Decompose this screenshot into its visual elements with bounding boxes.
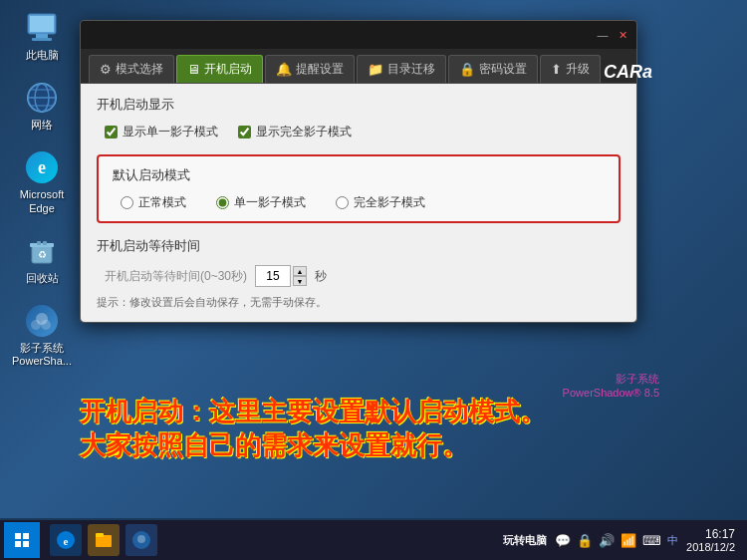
watermark: 影子系统 PowerShadow® 8.5 [563,372,659,399]
radio-full[interactable]: 完全影子模式 [336,194,425,211]
lock-icon: 🔒 [577,533,593,548]
checkbox-single-label: 显示单一影子模式 [123,124,218,140]
wait-input-group: ▲ ▼ [255,265,307,287]
radio-full-input[interactable] [336,196,349,209]
tab-migrate[interactable]: 📁 目录迁移 [357,55,446,83]
tab-boot-start[interactable]: 🖥 开机启动 [176,55,263,83]
desktop-icon-edge[interactable]: e Microsoft Edge [12,149,72,214]
tab-migrate-label: 目录迁移 [387,61,435,78]
language-icon: 中 [667,533,678,548]
edge-icon-label: Microsoft Edge [12,188,72,214]
checkbox-single-shadow-input[interactable] [105,126,118,139]
desktop: 此电脑 网络 [0,0,747,518]
tab-upgrade[interactable]: ⬆ 升级 [540,55,601,83]
radio-row: 正常模式 单一影子模式 完全影子模式 [113,194,605,211]
svg-rect-2 [36,34,48,38]
boot-display-title: 开机启动显示 [97,96,621,114]
desktop-icon-recycle[interactable]: ♻ 回收站 [12,233,72,285]
radio-single[interactable]: 单一影子模式 [216,194,306,211]
radio-full-label: 完全影子模式 [354,194,425,211]
close-button[interactable]: ✕ [615,27,630,43]
desktop-icons: 此电脑 网络 [12,10,72,368]
mode-select-icon: ⚙ [100,62,112,77]
network-icon-label: 网络 [31,119,53,132]
taskbar-edge[interactable]: e [50,524,82,556]
desktop-icon-network[interactable]: 网络 [12,80,72,132]
window-content: 开机启动显示 显示单一影子模式 显示完全影子模式 默认启动模式 正常模式 [81,84,636,322]
svg-rect-15 [37,241,41,245]
wait-value-input[interactable] [255,265,291,287]
taskbar-explorer[interactable] [88,524,120,556]
checkboxes-row: 显示单一影子模式 显示完全影子模式 [97,124,621,140]
svg-point-19 [31,320,41,330]
svg-rect-23 [15,541,21,547]
radio-normal-input[interactable] [121,196,133,209]
taskbar-right: 玩转电脑 💬 🔒 🔊 📶 ⌨ 中 16:17 2018/12/2 [503,527,743,553]
svg-rect-24 [23,541,29,547]
chat-icon: 💬 [555,533,571,548]
svg-text:e: e [64,535,69,547]
wait-section-title: 开机启动等待时间 [97,237,621,255]
taskbar-shadow-app[interactable] [125,524,157,556]
tab-mode-select-label: 模式选择 [116,61,163,78]
checkbox-full-shadow-input[interactable] [238,126,251,139]
wait-section: 开机启动等待时间 开机启动等待时间(0~30秒) ▲ ▼ 秒 [97,237,621,287]
desktop-icon-shadow[interactable]: 影子系统PowerSha... [12,303,72,368]
shadow-icon [24,303,60,339]
svg-text:♻: ♻ [38,249,47,260]
taskbar: e 玩转电脑 💬 🔒 🔊 📶 ⌨ 中 16:17 2 [0,520,747,560]
tab-alert-settings[interactable]: 🔔 提醒设置 [265,55,355,83]
overlay-line2: 大家按照自己的需求来设置就行。 [80,429,546,463]
radio-single-label: 单一影子模式 [234,194,306,211]
svg-rect-21 [15,533,21,539]
spinner-buttons: ▲ ▼ [293,266,307,286]
svg-rect-28 [96,533,104,537]
volume-icon: 🔊 [599,533,615,548]
radio-single-input[interactable] [216,196,229,209]
window-tabs: ⚙ 模式选择 🖥 开机启动 🔔 提醒设置 📁 目录迁移 🔒 密码设置 ⬆ 升 [81,49,636,84]
svg-rect-13 [30,243,54,247]
wechat-label: 玩转电脑 [503,533,547,548]
checkbox-full-shadow[interactable]: 显示完全影子模式 [238,124,352,140]
overlay-text: 开机启动：这里主要设置默认启动模式。 大家按照自己的需求来设置就行。 [80,396,546,463]
tab-mode-select[interactable]: ⚙ 模式选择 [89,55,174,83]
default-mode-title: 默认启动模式 [113,166,605,184]
svg-rect-16 [43,241,47,245]
taskbar-system-icons: 💬 🔒 🔊 📶 ⌨ 中 [555,533,678,548]
tab-password[interactable]: 🔒 密码设置 [448,55,538,83]
mode-section: 默认启动模式 正常模式 单一影子模式 完全影子模式 [97,154,621,223]
keyboard-icon: ⌨ [642,533,661,548]
recycle-icon: ♻ [24,233,60,269]
svg-rect-1 [30,16,54,32]
svg-point-9 [28,84,56,112]
desktop-icon-pc[interactable]: 此电脑 [12,10,72,62]
start-button[interactable] [4,522,40,558]
migrate-icon: 📁 [368,62,383,77]
tab-boot-start-label: 开机启动 [204,61,252,78]
radio-normal[interactable]: 正常模式 [121,194,186,211]
overlay-line1: 开机启动：这里主要设置默认启动模式。 [80,396,546,429]
watermark-line2: PowerShadow® 8.5 [563,387,659,399]
boot-start-icon: 🖥 [187,62,200,77]
checkbox-single-shadow[interactable]: 显示单一影子模式 [105,124,218,140]
tab-upgrade-label: 升级 [566,61,590,78]
svg-point-30 [137,535,145,543]
password-icon: 🔒 [459,62,475,77]
network-icon [24,80,60,116]
spin-up-button[interactable]: ▲ [293,266,307,276]
watermark-line1: 影子系统 [563,372,659,387]
recycle-icon-label: 回收站 [26,272,59,285]
wait-row: 开机启动等待时间(0~30秒) ▲ ▼ 秒 [97,265,621,287]
upgrade-icon: ⬆ [551,62,562,77]
time-display: 16:17 [686,527,735,541]
checkbox-full-label: 显示完全影子模式 [256,124,352,140]
pc-icon [24,10,60,46]
svg-text:e: e [38,157,46,177]
window-controls: — ✕ [595,27,630,43]
window-titlebar: — ✕ [81,21,636,49]
radio-normal-label: 正常模式 [138,194,186,211]
spin-down-button[interactable]: ▼ [293,276,307,286]
tab-password-label: 密码设置 [479,61,527,78]
minimize-button[interactable]: — [595,27,611,43]
wait-unit: 秒 [315,268,327,285]
